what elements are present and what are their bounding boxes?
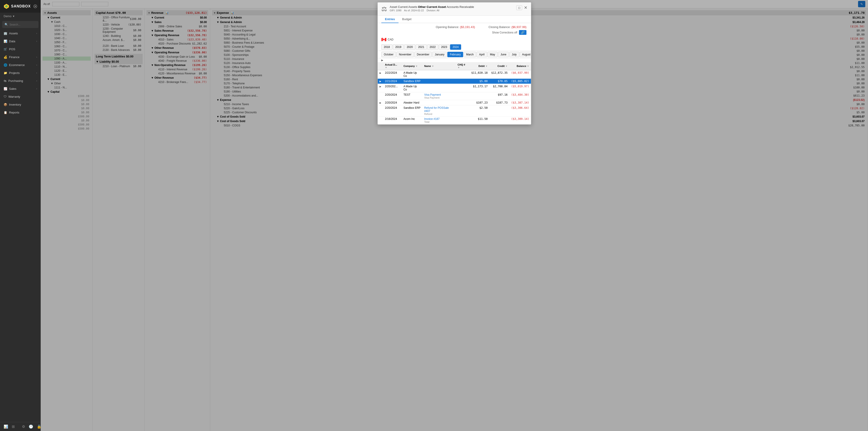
expand-row3-button[interactable]: ▶ xyxy=(379,85,381,88)
modal-body: Opening Balance: ($3,191.43) Closing Bal… xyxy=(378,23,531,124)
modal-table-container[interactable]: Actual D... ▼ Company ▼ Name ▼ CHQ # ▼ D… xyxy=(378,62,531,124)
th-credit[interactable]: Credit ▼ xyxy=(489,62,509,70)
name-cell: Refund for POSSale #407 Refund xyxy=(423,105,456,117)
table-row[interactable]: ▶ 2/22/2024 A Made Up Co $11,020.18 $12,… xyxy=(378,70,531,79)
month-tab-july[interactable]: July xyxy=(509,52,519,57)
table-body: ▶ 2/22/2024 A Made Up Co $11,020.18 $12,… xyxy=(378,70,531,124)
month-tab-june[interactable]: June xyxy=(498,52,509,57)
year-tab-2023[interactable]: 2023 xyxy=(439,44,450,50)
th-chq[interactable]: CHQ # ▼ xyxy=(456,62,469,70)
sidebar-item-label-finance: Finance xyxy=(9,55,20,59)
expand-row5-button[interactable]: ▶ xyxy=(379,101,381,104)
sidebar-item-reports[interactable]: 📋 Reports xyxy=(0,109,41,117)
corrections-row: Show Corrections off 🔗 xyxy=(378,30,531,36)
month-tab-december[interactable]: December xyxy=(414,52,432,57)
expand-row1-button[interactable]: ▶ xyxy=(379,72,381,74)
sidebar-item-finance[interactable]: 💰 Finance › xyxy=(0,53,41,61)
sidebar-item-pos[interactable]: 🛒 POS xyxy=(0,45,41,53)
table-row[interactable]: 2/20/2024 Sandbox ERP Refund for POSSale… xyxy=(378,105,531,117)
sidebar-item-label-inventory: Inventory xyxy=(9,103,21,106)
logo-nav-icon xyxy=(33,4,37,8)
name-cell: Visa Payment Visa Payment xyxy=(423,92,456,100)
debit-cell: $11.50 xyxy=(469,117,489,124)
th-balance[interactable]: Balance ▼ xyxy=(509,62,531,70)
year-tab-2022[interactable]: 2022 xyxy=(427,44,438,50)
app-logo: SANDBOX xyxy=(0,0,41,13)
tab-entries[interactable]: Entries xyxy=(381,16,399,23)
table-row[interactable]: 2/16/2024 Acorn Inc Invoice #187 Total $… xyxy=(378,117,531,124)
chevron-right-icon-purchasing: › xyxy=(36,80,37,82)
sidebar-item-warranty[interactable]: 🛡 Warranty xyxy=(0,93,41,101)
demo-selector[interactable]: Assets Demo ▾ xyxy=(0,13,41,20)
table-row[interactable]: ▶ 2/21/2024 Sandbox ERP $5.00 $70.85 ($5… xyxy=(378,79,531,84)
sidebar-bottom-actions: 👥 🚚 📊 ⊞ ⚙ 🕐 🔒 ? ➜ xyxy=(0,422,41,431)
main-content: As of: ✎ ▼ Assets ▼ Current ▼ Cash 1010 … xyxy=(41,0,868,431)
date-cell: 2/16/2024 xyxy=(383,117,402,124)
company-cell: Sandbox ERP xyxy=(402,79,423,84)
month-tab-january[interactable]: January xyxy=(432,52,447,57)
credit-cell: $12,872.35 xyxy=(489,70,509,79)
sidebar-item-projects[interactable]: 📁 Projects › xyxy=(0,69,41,77)
year-tab-2020[interactable]: 2020 xyxy=(404,44,415,50)
month-tab-august[interactable]: August xyxy=(520,52,531,57)
closing-balance-label: Closing Balance: xyxy=(489,25,510,29)
month-tab-november[interactable]: November xyxy=(397,52,414,57)
invoice-link[interactable]: Invoice #187 xyxy=(424,117,440,121)
modal-close-button[interactable]: ✕ xyxy=(524,5,527,10)
chart-bar-icon[interactable]: 📊 xyxy=(4,425,8,429)
modal-overlay[interactable]: ⚖ Asset Current Assets Other Current Ass… xyxy=(41,0,868,431)
month-tab-may[interactable]: May xyxy=(488,52,498,57)
th-company[interactable]: Company ▼ xyxy=(402,62,423,70)
sidebar-item-label-reports: Reports xyxy=(9,111,20,114)
chq-cell xyxy=(456,92,469,100)
chevron-right-icon-ecommerce: › xyxy=(36,64,37,66)
purchasing-icon: 🛍 xyxy=(4,79,6,83)
modal-maximize-button[interactable]: □ xyxy=(516,5,522,10)
year-tab-2019[interactable]: 2019 xyxy=(393,44,404,50)
expand-row2-button[interactable]: ▶ xyxy=(379,80,381,83)
settings-icon[interactable]: ⚙ xyxy=(22,425,25,429)
year-tab-2024[interactable]: 2024 xyxy=(450,44,461,50)
sidebar: SANDBOX Assets Demo ▾ 🔍 🏢 Assets › 📊 Dat… xyxy=(0,0,41,431)
th-actual-date[interactable]: Actual D... ▼ xyxy=(383,62,402,70)
table-row[interactable]: ▶ 2/20/2024 Atwater Hard $107.23 $187.73… xyxy=(378,100,531,105)
refund-link[interactable]: Refund for POSSale #407 xyxy=(424,106,449,113)
year-tab-2018[interactable]: 2018 xyxy=(381,44,393,50)
search-icon: 🔍 xyxy=(4,23,8,26)
currency-label: CAD xyxy=(388,38,393,41)
table-row[interactable]: 2/20/2024 TEST Visa Payment Visa Payment… xyxy=(378,92,531,100)
debit-cell xyxy=(469,92,489,100)
sidebar-item-purchasing[interactable]: 🛍 Purchasing › xyxy=(0,77,41,85)
modal-as-of: As of: 2024-02-22 xyxy=(404,9,424,12)
table-row[interactable]: ▶ 2/20/202... A Made Up Co $1,173.17 $2,… xyxy=(378,84,531,92)
closing-balance: Closing Balance: ($6,937.99) xyxy=(489,25,526,29)
debit-cell: $5.00 xyxy=(469,79,489,84)
sidebar-item-ecommerce[interactable]: 🌐 Ecommerce › xyxy=(0,61,41,69)
th-debit[interactable]: Debit ▼ xyxy=(469,62,489,70)
link-button[interactable]: 🔗 xyxy=(519,30,526,35)
year-tab-2021[interactable]: 2021 xyxy=(416,44,427,50)
th-expand xyxy=(378,62,383,70)
th-name[interactable]: Name ▼ xyxy=(423,62,456,70)
name-cell: Invoice #187 Total xyxy=(423,117,456,124)
visa-payment-link[interactable]: Visa Payment xyxy=(424,93,441,96)
sidebar-item-assets[interactable]: 🏢 Assets › xyxy=(0,29,41,37)
logo-icon xyxy=(4,3,9,9)
expand-all-button[interactable]: ▶ xyxy=(381,59,383,62)
chq-cell xyxy=(456,79,469,84)
month-tab-february[interactable]: February xyxy=(447,52,463,57)
data-icon: 📊 xyxy=(4,39,7,43)
sidebar-item-sales[interactable]: 📈 Sales › xyxy=(0,85,41,93)
month-tab-april[interactable]: April xyxy=(476,52,487,57)
month-tab-october[interactable]: October xyxy=(381,52,396,57)
canadian-flag-icon: 🇨🇦 xyxy=(381,37,386,42)
tab-budget[interactable]: Budget xyxy=(399,16,415,23)
modal-gifi: GIFI: 1090 xyxy=(390,9,401,12)
sidebar-item-inventory[interactable]: 📦 Inventory xyxy=(0,101,41,109)
search-input[interactable] xyxy=(9,23,36,26)
grid-icon[interactable]: ⊞ xyxy=(12,425,15,429)
month-tab-march[interactable]: March xyxy=(464,52,476,57)
clock-icon[interactable]: 🕐 xyxy=(29,425,33,429)
name-cell xyxy=(423,84,456,92)
sidebar-item-data[interactable]: 📊 Data › xyxy=(0,37,41,45)
